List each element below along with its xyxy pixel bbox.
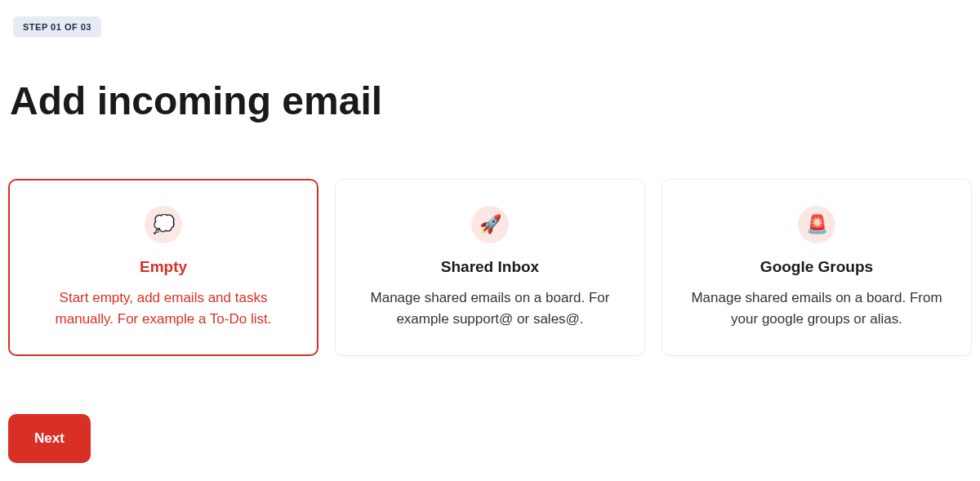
- rocket-icon: 🚀: [471, 206, 509, 243]
- option-card-title: Shared Inbox: [359, 258, 621, 276]
- option-card-shared-inbox[interactable]: 🚀 Shared Inbox Manage shared emails on a…: [335, 179, 645, 356]
- thought-bubble-icon: 💭: [145, 206, 182, 243]
- option-card-empty[interactable]: 💭 Empty Start empty, add emails and task…: [8, 179, 318, 356]
- option-card-google-groups[interactable]: 🚨 Google Groups Manage shared emails on …: [662, 179, 972, 356]
- step-indicator-badge: STEP 01 OF 03: [13, 16, 101, 38]
- option-cards-row: 💭 Empty Start empty, add emails and task…: [8, 179, 972, 356]
- next-button[interactable]: Next: [8, 414, 91, 463]
- option-card-description: Start empty, add emails and tasks manual…: [32, 287, 295, 331]
- siren-icon: 🚨: [798, 206, 835, 243]
- option-card-description: Manage shared emails on a board. From yo…: [685, 287, 948, 331]
- page-title: Add incoming email: [10, 78, 972, 123]
- option-card-description: Manage shared emails on a board. For exa…: [359, 287, 621, 331]
- option-card-title: Google Groups: [685, 258, 948, 276]
- option-card-title: Empty: [32, 258, 295, 276]
